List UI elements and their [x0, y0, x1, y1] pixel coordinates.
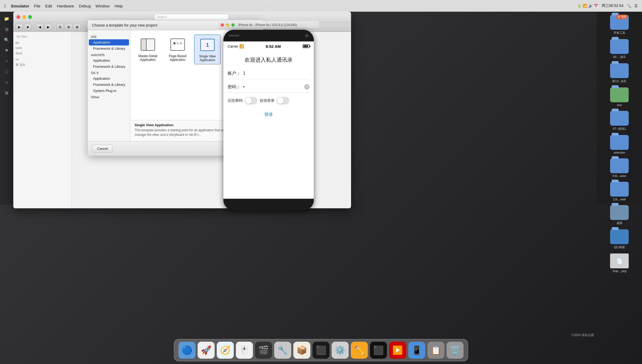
right-folder-label-zjl: ZJL...etail: [613, 198, 626, 201]
right-sidebar: 未·视频 开发工具 02-...演示 第13...业生 test 07-·(优化…: [597, 12, 642, 205]
right-folder-desktop[interactable]: 桌面: [599, 205, 640, 225]
sidebar-item-watch-fw[interactable]: Framework & Library: [88, 64, 130, 70]
dock-clipboard[interactable]: 📋: [427, 342, 444, 359]
iphone-top-bar: [223, 30, 314, 41]
template-master-detail[interactable]: Master-DetailApplication: [135, 35, 161, 64]
right-folder-label-desktop: 桌面: [616, 221, 622, 225]
login-button[interactable]: 登录: [228, 109, 310, 121]
left-panel-circle[interactable]: ○: [2, 56, 11, 66]
apple-menu[interactable]: : [4, 3, 6, 9]
right-folder-sel[interactable]: selection: [599, 135, 640, 154]
left-panel-folder[interactable]: 📁: [2, 14, 11, 23]
template-page-based[interactable]: Page-BasedApplication: [164, 35, 191, 64]
run-btn[interactable]: ▶: [15, 24, 23, 31]
right-folder-label-devtools: 开发工具: [614, 31, 625, 35]
right-folder-02[interactable]: 02-...演示: [599, 39, 640, 59]
snip-icon: 📄: [610, 253, 629, 268]
account-input[interactable]: [241, 70, 310, 77]
toolbar-layout-1[interactable]: ⊟: [56, 24, 64, 31]
battery-icon: [303, 44, 310, 48]
right-folder-label-07: 07-·(优化): [613, 127, 626, 131]
right-folder-devtools[interactable]: 未·视频 开发工具: [599, 15, 640, 35]
stop-btn[interactable]: ■: [24, 24, 31, 31]
dock-mouse[interactable]: 🖱️: [236, 342, 253, 359]
menu-search-icon[interactable]: 🔍: [627, 4, 631, 8]
sidebar-item-osx-app[interactable]: Application: [88, 75, 130, 82]
sim-zoom[interactable]: [231, 23, 235, 27]
sidebar-item-framework[interactable]: Framework & Library: [88, 45, 130, 52]
simulator-window: iPhone 6s - iPhone 6s / iOS 9.0 (13A340)…: [218, 21, 319, 213]
password-label: 密码：: [228, 84, 241, 90]
menu-window[interactable]: Window: [95, 4, 110, 8]
right-folder-ksi[interactable]: KSI...aster: [599, 158, 640, 177]
menu-file[interactable]: File: [34, 4, 40, 8]
sidebar-item-watch-app[interactable]: Application: [88, 57, 130, 64]
remember-toggle[interactable]: [245, 97, 257, 104]
toolbar-layout-3[interactable]: ⊠: [73, 24, 81, 31]
page-based-icon: [170, 37, 186, 53]
left-panel-search[interactable]: 🔍: [2, 35, 11, 45]
dock-git[interactable]: 📦: [293, 342, 310, 359]
right-folder-icon-13: [610, 63, 629, 78]
right-folder-07[interactable]: 07-·(优化): [599, 111, 640, 131]
dock-black[interactable]: ⬛: [370, 342, 387, 359]
toolbar-layout-2[interactable]: ⊞: [65, 24, 72, 31]
left-panel-share[interactable]: ⊹: [2, 78, 11, 87]
dock-media-player[interactable]: ▶️: [389, 342, 406, 359]
dock-terminal[interactable]: ⬛: [312, 342, 330, 359]
sidebar-item-osx-plug[interactable]: System Plug-in: [88, 88, 130, 94]
right-folder-zjl[interactable]: ZJL...etail: [599, 182, 640, 201]
auto-login-toggle[interactable]: [277, 97, 289, 104]
menu-debug[interactable]: Debug: [79, 4, 91, 8]
xcode-close-btn[interactable]: [16, 15, 20, 19]
right-folder-qq[interactable]: QQ 框架: [599, 229, 640, 249]
status-carrier: Carrier 📶: [228, 44, 244, 48]
left-panel-cmd[interactable]: ⌘: [2, 88, 11, 98]
left-panel-grid[interactable]: ⊞: [2, 24, 11, 34]
right-folder-icon-sel: [610, 135, 629, 150]
template-single-view[interactable]: 1 Single ViewApplication: [194, 35, 221, 64]
sim-minimize[interactable]: [226, 23, 229, 27]
carrier-text: Carrier: [228, 44, 238, 48]
sidebar-item-application[interactable]: Application: [89, 39, 129, 45]
dock-finder[interactable]: 🔵: [178, 342, 195, 359]
right-folder-icon-zjl: [610, 182, 629, 197]
sidebar-section-osx: OS X: [88, 70, 130, 75]
xcode-minimize-btn[interactable]: [22, 15, 26, 19]
menu-help[interactable]: Help: [114, 4, 123, 8]
right-folder-label-qq: QQ 框架: [614, 245, 625, 249]
password-input[interactable]: [241, 83, 304, 90]
dock-video[interactable]: 🎬: [255, 342, 272, 359]
menu-hardware[interactable]: Hardware: [57, 4, 74, 8]
toolbar-nav-fwd[interactable]: ▶: [44, 24, 52, 31]
account-row: 账户：: [228, 70, 310, 79]
sim-close[interactable]: [221, 23, 224, 27]
dock-settings[interactable]: ⚙️: [332, 342, 349, 359]
right-folder-test[interactable]: test: [599, 87, 640, 107]
sidebar-section-other: Other: [88, 94, 130, 100]
xcode-search-bar[interactable]: Search: [154, 14, 229, 20]
left-panel-rect[interactable]: □: [2, 67, 11, 77]
wifi-signal-icon: 📶: [239, 44, 244, 48]
right-folder-13[interactable]: 第13...业生: [599, 63, 640, 83]
dock-rocket[interactable]: 🚀: [198, 342, 215, 359]
menubar:  Simulator File Edit Hardware Debug Win…: [0, 0, 642, 12]
left-panel-flag[interactable]: ⚑: [2, 46, 11, 55]
cancel-button[interactable]: Cancel: [92, 145, 113, 153]
menu-simulator[interactable]: Simulator: [11, 4, 29, 8]
dock-safari[interactable]: 🧭: [217, 342, 234, 359]
dock-trash[interactable]: 🗑️: [447, 342, 464, 359]
dock-sketch[interactable]: ✏️: [351, 342, 368, 359]
sidebar-section-ios: iOS: [88, 33, 130, 39]
status-battery: [303, 44, 310, 48]
menu-list-icon[interactable]: ☰: [634, 4, 638, 8]
dock-tools[interactable]: 🔧: [274, 342, 291, 359]
password-clear-btn[interactable]: ✕: [304, 84, 310, 90]
dock-apps-grid[interactable]: 📱: [408, 342, 425, 359]
sidebar-item-osx-fw[interactable]: Framework & Library: [88, 82, 130, 88]
menu-edit[interactable]: Edit: [45, 4, 52, 8]
right-file-snip[interactable]: 📄 Snip....png: [599, 253, 640, 273]
xcode-zoom-btn[interactable]: [28, 15, 32, 19]
toolbar-nav-back[interactable]: ◀: [36, 24, 43, 31]
right-folder-icon-ksi: [610, 158, 629, 173]
